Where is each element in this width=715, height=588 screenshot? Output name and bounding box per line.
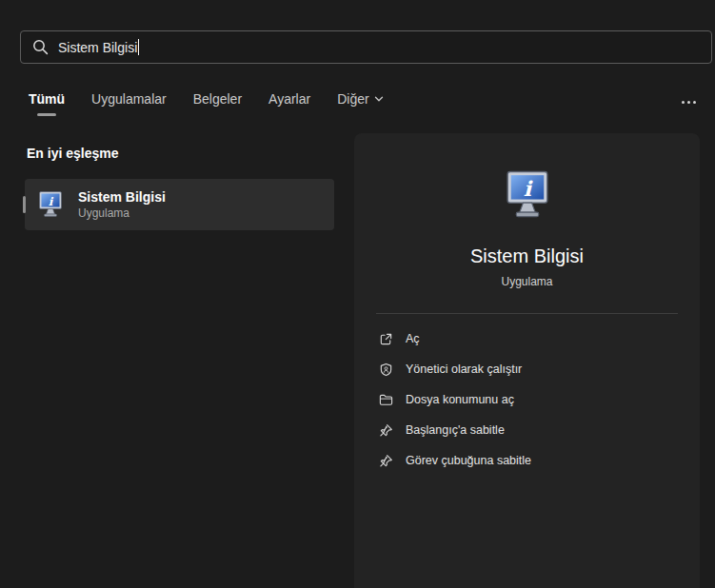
tab-documents[interactable]: Belgeler [193, 91, 242, 116]
tab-all[interactable]: Tümü [29, 91, 65, 116]
more-options-button[interactable] [675, 93, 702, 110]
action-open-file-location[interactable]: Dosya konumunu aç [376, 384, 678, 415]
open-icon [378, 332, 393, 346]
folder-icon [378, 393, 393, 407]
best-match-heading: En iyi eşleşme [27, 146, 119, 161]
preview-panel: i Sistem Bilgisi Uygulama Aç [354, 133, 700, 588]
text-cursor [138, 39, 139, 55]
preview-subtitle: Uygulama [501, 275, 552, 288]
pin-icon [378, 423, 393, 438]
tab-settings[interactable]: Ayarlar [268, 91, 310, 116]
action-run-as-admin[interactable]: Yönetici olarak çalıştır [376, 354, 678, 384]
more-options-icon [682, 101, 685, 104]
result-subtitle: Uygulama [78, 206, 166, 222]
action-open[interactable]: Aç [376, 323, 678, 354]
search-input[interactable]: Sistem Bilgisi [20, 30, 712, 64]
search-query-text: Sistem Bilgisi [58, 39, 139, 55]
action-list: Aç Yönetici olarak çalıştır Dosya konumu… [376, 323, 678, 476]
action-pin-to-start[interactable]: Başlangıç'a sabitle [376, 415, 678, 445]
result-title: Sistem Bilgisi [78, 188, 166, 206]
action-pin-to-taskbar[interactable]: Görev çubuğuna sabitle [376, 445, 678, 476]
pin-icon [378, 454, 393, 468]
selection-indicator [23, 196, 26, 213]
chevron-down-icon [374, 94, 384, 104]
divider [376, 313, 678, 314]
preview-title: Sistem Bilgisi [470, 245, 584, 267]
selected-tab-indicator [37, 113, 56, 116]
system-info-icon: i [35, 189, 66, 220]
search-filter-tabs: Tümü Uygulamalar Belgeler Ayarlar Diğer [29, 91, 384, 116]
run-as-admin-icon [378, 363, 393, 377]
tab-more[interactable]: Diğer [337, 91, 383, 116]
best-match-result[interactable]: i Sistem Bilgisi Uygulama [25, 179, 334, 230]
system-info-icon: i [500, 167, 555, 223]
search-icon [32, 39, 49, 55]
tab-apps[interactable]: Uygulamalar [91, 91, 167, 116]
